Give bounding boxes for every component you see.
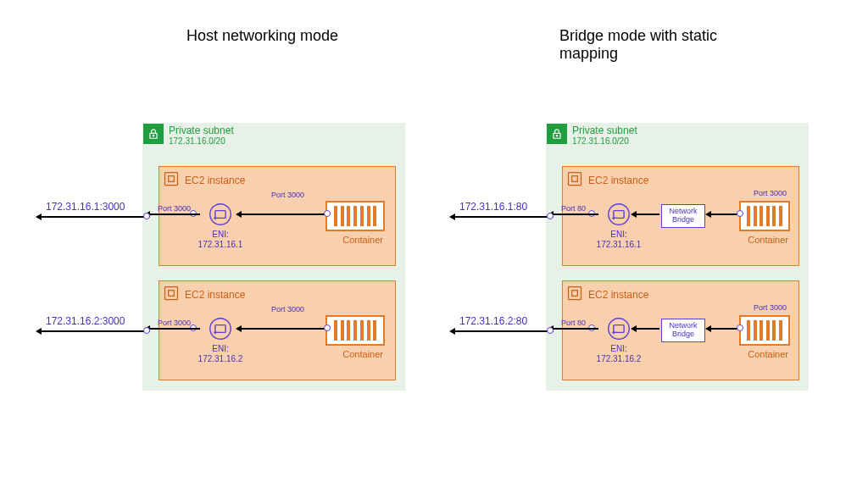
external-endpoint-1: 172.31.16.1:3000 <box>46 201 125 213</box>
container-port-label: Port 3000 <box>271 305 304 313</box>
container-label: Container <box>748 349 788 359</box>
arrow-eni-to-edge <box>553 214 598 215</box>
container-label: Container <box>342 235 383 245</box>
external-endpoint-2: 172.31.16.2:3000 <box>46 315 125 327</box>
container-label: Container <box>748 235 788 245</box>
container-port-label: Port 3000 <box>754 189 787 197</box>
svg-rect-16 <box>569 287 581 300</box>
svg-rect-12 <box>569 173 581 186</box>
external-port-dot-2 <box>143 327 150 334</box>
eni-label: ENI:172.31.16.1 <box>593 230 644 250</box>
chip-icon <box>163 285 180 305</box>
arrow-bridge-to-eni <box>636 328 659 330</box>
svg-rect-3 <box>169 176 175 182</box>
eni-icon <box>209 202 232 226</box>
container-box <box>739 201 790 231</box>
chip-icon <box>163 170 180 191</box>
right-title: Bridge mode with static mapping <box>559 27 746 63</box>
subnet-header: Private subnet 172.31.16.0/20 <box>547 124 637 146</box>
subnet-cidr: 172.31.16.0/20 <box>572 136 637 146</box>
container-box <box>326 315 385 346</box>
eni-label: ENI:172.31.16.2 <box>593 344 644 364</box>
eni-label: ENI:172.31.16.1 <box>195 230 246 250</box>
left-title: Host networking mode <box>186 27 338 45</box>
lock-icon <box>143 124 164 144</box>
arrow-eni-to-edge <box>553 328 598 330</box>
ec2-label: EC2 instance <box>185 289 245 301</box>
subnet-cidr: 172.31.16.0/20 <box>169 136 234 146</box>
svg-rect-19 <box>614 325 624 333</box>
ec2-label: EC2 instance <box>185 175 245 186</box>
eni-icon <box>607 202 631 226</box>
external-endpoint-4: 172.31.16.2:80 <box>459 315 527 327</box>
right-subnet: Private subnet 172.31.16.0/20 EC2 instan… <box>546 123 809 391</box>
svg-point-1 <box>153 136 153 136</box>
subnet-header: Private subnet 172.31.16.0/20 <box>143 124 234 146</box>
arrow-container-to-eni <box>241 328 326 330</box>
ec2-label: EC2 instance <box>588 289 648 301</box>
svg-rect-9 <box>215 325 225 333</box>
svg-rect-6 <box>165 287 178 300</box>
svg-point-8 <box>210 319 231 340</box>
network-bridge: Network Bridge <box>661 319 705 342</box>
arrow-container-to-bridge <box>710 214 739 215</box>
left-subnet: Private subnet 172.31.16.0/20 EC2 instan… <box>142 123 405 391</box>
svg-point-18 <box>609 319 630 340</box>
container-box <box>739 315 790 346</box>
host-port-label: Port 3000 <box>158 319 191 327</box>
ec2-instance-1: EC2 instance ENI:172.31.16.1 Container P… <box>159 166 396 266</box>
eni-label: ENI:172.31.16.2 <box>195 344 246 364</box>
container-port-label: Port 3000 <box>271 191 304 199</box>
host-port-label: Port 3000 <box>158 204 191 213</box>
ec2-instance-2: EC2 instance ENI:172.31.16.2 Container P… <box>159 280 396 380</box>
ec2-instance-2: EC2 instance ENI:172.31.16.2 Network Bri… <box>562 280 799 380</box>
svg-point-4 <box>210 204 231 225</box>
arrow-eni-to-edge <box>149 328 200 330</box>
external-arrow-1 <box>41 216 147 218</box>
external-port-dot-1 <box>143 213 150 219</box>
svg-rect-13 <box>572 176 578 182</box>
chip-icon <box>566 170 583 191</box>
container-box <box>326 201 385 231</box>
subnet-name: Private subnet <box>169 125 234 136</box>
chip-icon <box>566 285 583 305</box>
arrow-container-to-bridge <box>710 328 739 330</box>
svg-rect-2 <box>165 173 178 186</box>
container-label: Container <box>342 349 383 359</box>
eni-icon <box>607 317 631 341</box>
external-arrow-3 <box>454 216 551 218</box>
ec2-instance-1: EC2 instance ENI:172.31.16.1 Network Bri… <box>562 166 799 266</box>
subnet-name: Private subnet <box>572 125 637 136</box>
arrow-container-to-eni <box>241 214 326 215</box>
container-port-dot <box>737 324 743 331</box>
ec2-label: EC2 instance <box>588 175 648 186</box>
host-port-label: Port 80 <box>561 204 586 213</box>
external-arrow-2 <box>41 330 147 332</box>
eni-icon <box>209 317 232 341</box>
external-port-dot-3 <box>547 213 554 219</box>
container-port-dot <box>324 210 331 217</box>
lock-icon <box>547 124 567 144</box>
network-bridge: Network Bridge <box>661 204 705 228</box>
host-port-label: Port 80 <box>561 319 586 327</box>
svg-point-14 <box>609 204 630 225</box>
svg-rect-7 <box>169 291 175 297</box>
container-port-dot <box>324 324 331 331</box>
svg-rect-5 <box>215 211 225 219</box>
container-port-dot <box>737 210 743 217</box>
external-endpoint-3: 172.31.16.1:80 <box>459 201 527 213</box>
svg-point-11 <box>556 136 557 136</box>
external-port-dot-4 <box>547 327 554 334</box>
container-port-label: Port 3000 <box>754 303 787 312</box>
arrow-bridge-to-eni <box>636 214 659 215</box>
svg-rect-15 <box>614 211 624 219</box>
external-arrow-4 <box>454 330 551 332</box>
svg-rect-17 <box>572 291 578 297</box>
arrow-eni-to-edge <box>149 214 200 215</box>
